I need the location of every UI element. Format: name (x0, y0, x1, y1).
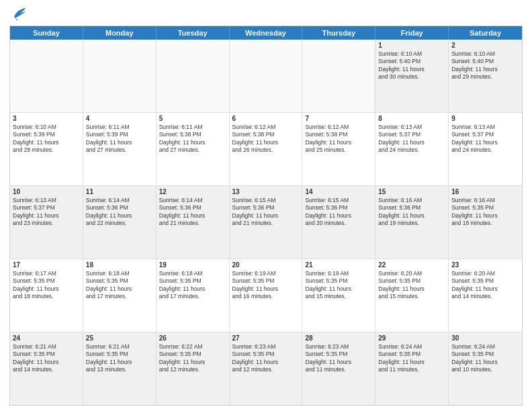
calendar-cell: 15Sunrise: 6:16 AMSunset: 5:36 PMDayligh… (375, 186, 449, 259)
calendar-cell (157, 40, 230, 112)
calendar-cell: 14Sunrise: 6:15 AMSunset: 5:36 PMDayligh… (302, 186, 375, 259)
header-day-thursday: Thursday (302, 26, 375, 40)
cell-info: Sunrise: 6:17 AMSunset: 5:35 PMDaylight:… (13, 270, 80, 301)
day-number: 30 (451, 334, 519, 342)
calendar-cell (10, 40, 83, 112)
logo (9, 7, 31, 21)
calendar-cell: 12Sunrise: 6:14 AMSunset: 5:36 PMDayligh… (157, 186, 230, 259)
cell-info: Sunrise: 6:22 AMSunset: 5:35 PMDaylight:… (159, 343, 226, 374)
cell-info: Sunrise: 6:15 AMSunset: 5:36 PMDaylight:… (232, 197, 300, 228)
day-number: 7 (305, 115, 372, 122)
calendar-cell: 9Sunrise: 6:13 AMSunset: 5:37 PMDaylight… (449, 113, 522, 185)
day-number: 9 (451, 115, 519, 122)
cell-info: Sunrise: 6:14 AMSunset: 5:36 PMDaylight:… (86, 197, 153, 228)
calendar-cell (83, 40, 157, 112)
calendar-cell: 4Sunrise: 6:11 AMSunset: 5:39 PMDaylight… (83, 113, 157, 185)
calendar-body: 1Sunrise: 6:10 AMSunset: 5:40 PMDaylight… (10, 40, 522, 405)
header-day-sunday: Sunday (10, 26, 83, 40)
day-number: 5 (159, 115, 226, 122)
calendar-cell: 6Sunrise: 6:12 AMSunset: 5:38 PMDaylight… (230, 113, 303, 185)
calendar-cell: 5Sunrise: 6:11 AMSunset: 5:38 PMDaylight… (157, 113, 230, 185)
cell-info: Sunrise: 6:13 AMSunset: 5:37 PMDaylight:… (451, 124, 519, 154)
day-number: 20 (232, 261, 300, 269)
day-number: 27 (232, 334, 300, 342)
calendar-cell: 16Sunrise: 6:16 AMSunset: 5:35 PMDayligh… (449, 186, 522, 259)
calendar-cell: 21Sunrise: 6:19 AMSunset: 5:35 PMDayligh… (302, 259, 375, 332)
calendar-cell: 2Sunrise: 6:10 AMSunset: 5:40 PMDaylight… (449, 40, 522, 112)
day-number: 24 (13, 334, 80, 342)
cell-info: Sunrise: 6:14 AMSunset: 5:36 PMDaylight:… (159, 197, 226, 228)
calendar-cell: 27Sunrise: 6:23 AMSunset: 5:35 PMDayligh… (230, 332, 303, 405)
calendar-cell: 13Sunrise: 6:15 AMSunset: 5:36 PMDayligh… (230, 186, 303, 259)
day-number: 14 (305, 188, 372, 195)
day-number: 10 (13, 188, 80, 195)
header-day-tuesday: Tuesday (157, 26, 230, 40)
calendar-cell: 23Sunrise: 6:20 AMSunset: 5:35 PMDayligh… (449, 259, 522, 332)
cell-info: Sunrise: 6:20 AMSunset: 5:35 PMDaylight:… (378, 270, 445, 301)
calendar-row-1: 3Sunrise: 6:10 AMSunset: 5:39 PMDaylight… (10, 112, 522, 185)
calendar-cell: 30Sunrise: 6:24 AMSunset: 5:35 PMDayligh… (449, 332, 522, 405)
day-number: 26 (159, 334, 226, 342)
header-day-friday: Friday (375, 26, 449, 40)
calendar-cell: 26Sunrise: 6:22 AMSunset: 5:35 PMDayligh… (157, 332, 230, 405)
calendar-cell: 22Sunrise: 6:20 AMSunset: 5:35 PMDayligh… (375, 259, 449, 332)
calendar-cell: 19Sunrise: 6:18 AMSunset: 5:35 PMDayligh… (157, 259, 230, 332)
calendar-cell: 8Sunrise: 6:13 AMSunset: 5:37 PMDaylight… (375, 113, 449, 185)
calendar-cell: 18Sunrise: 6:18 AMSunset: 5:35 PMDayligh… (83, 259, 157, 332)
cell-info: Sunrise: 6:18 AMSunset: 5:35 PMDaylight:… (86, 270, 153, 301)
calendar-cell: 25Sunrise: 6:21 AMSunset: 5:35 PMDayligh… (83, 332, 157, 405)
day-number: 16 (451, 188, 519, 195)
day-number: 3 (13, 115, 80, 122)
cell-info: Sunrise: 6:20 AMSunset: 5:35 PMDaylight:… (451, 270, 519, 301)
header-day-wednesday: Wednesday (230, 26, 303, 40)
day-number: 2 (451, 42, 519, 49)
calendar-cell: 10Sunrise: 6:13 AMSunset: 5:37 PMDayligh… (10, 186, 83, 259)
header-day-saturday: Saturday (449, 26, 522, 40)
day-number: 19 (159, 261, 226, 269)
day-number: 18 (86, 261, 153, 269)
cell-info: Sunrise: 6:13 AMSunset: 5:37 PMDaylight:… (378, 124, 445, 154)
cell-info: Sunrise: 6:11 AMSunset: 5:39 PMDaylight:… (86, 124, 153, 154)
cell-info: Sunrise: 6:21 AMSunset: 5:35 PMDaylight:… (13, 343, 80, 374)
calendar-cell: 1Sunrise: 6:10 AMSunset: 5:40 PMDaylight… (375, 40, 449, 112)
cell-info: Sunrise: 6:10 AMSunset: 5:39 PMDaylight:… (13, 124, 80, 154)
cell-info: Sunrise: 6:21 AMSunset: 5:35 PMDaylight:… (86, 343, 153, 374)
calendar-cell: 24Sunrise: 6:21 AMSunset: 5:35 PMDayligh… (10, 332, 83, 405)
calendar-row-3: 17Sunrise: 6:17 AMSunset: 5:35 PMDayligh… (10, 259, 522, 332)
day-number: 8 (378, 115, 445, 122)
day-number: 11 (86, 188, 153, 195)
cell-info: Sunrise: 6:23 AMSunset: 5:35 PMDaylight:… (232, 343, 300, 374)
cell-info: Sunrise: 6:13 AMSunset: 5:37 PMDaylight:… (13, 197, 80, 228)
cell-info: Sunrise: 6:16 AMSunset: 5:36 PMDaylight:… (378, 197, 445, 228)
day-number: 17 (13, 261, 80, 269)
calendar: SundayMondayTuesdayWednesdayThursdayFrid… (9, 26, 523, 406)
calendar-cell: 28Sunrise: 6:23 AMSunset: 5:35 PMDayligh… (302, 332, 375, 405)
calendar-cell (230, 40, 303, 112)
day-number: 28 (305, 334, 372, 342)
day-number: 22 (378, 261, 445, 269)
day-number: 6 (232, 115, 300, 122)
header (9, 7, 523, 21)
calendar-row-0: 1Sunrise: 6:10 AMSunset: 5:40 PMDaylight… (10, 40, 522, 112)
cell-info: Sunrise: 6:12 AMSunset: 5:38 PMDaylight:… (305, 124, 372, 154)
cell-info: Sunrise: 6:10 AMSunset: 5:40 PMDaylight:… (451, 50, 519, 81)
cell-info: Sunrise: 6:16 AMSunset: 5:35 PMDaylight:… (451, 197, 519, 228)
calendar-cell: 29Sunrise: 6:24 AMSunset: 5:35 PMDayligh… (375, 332, 449, 405)
calendar-cell (302, 40, 375, 112)
cell-info: Sunrise: 6:11 AMSunset: 5:38 PMDaylight:… (159, 124, 226, 154)
calendar-cell: 17Sunrise: 6:17 AMSunset: 5:35 PMDayligh… (10, 259, 83, 332)
cell-info: Sunrise: 6:23 AMSunset: 5:35 PMDaylight:… (305, 343, 372, 374)
calendar-cell: 7Sunrise: 6:12 AMSunset: 5:38 PMDaylight… (302, 113, 375, 185)
day-number: 15 (378, 188, 445, 195)
day-number: 25 (86, 334, 153, 342)
cell-info: Sunrise: 6:12 AMSunset: 5:38 PMDaylight:… (232, 124, 300, 154)
cell-info: Sunrise: 6:19 AMSunset: 5:35 PMDaylight:… (232, 270, 300, 301)
day-number: 1 (378, 42, 445, 49)
page: SundayMondayTuesdayWednesdayThursdayFrid… (0, 0, 532, 411)
day-number: 12 (159, 188, 226, 195)
calendar-cell: 3Sunrise: 6:10 AMSunset: 5:39 PMDaylight… (10, 113, 83, 185)
day-number: 23 (451, 261, 519, 269)
day-number: 21 (305, 261, 372, 269)
day-number: 4 (86, 115, 153, 122)
logo-icon (9, 7, 28, 21)
